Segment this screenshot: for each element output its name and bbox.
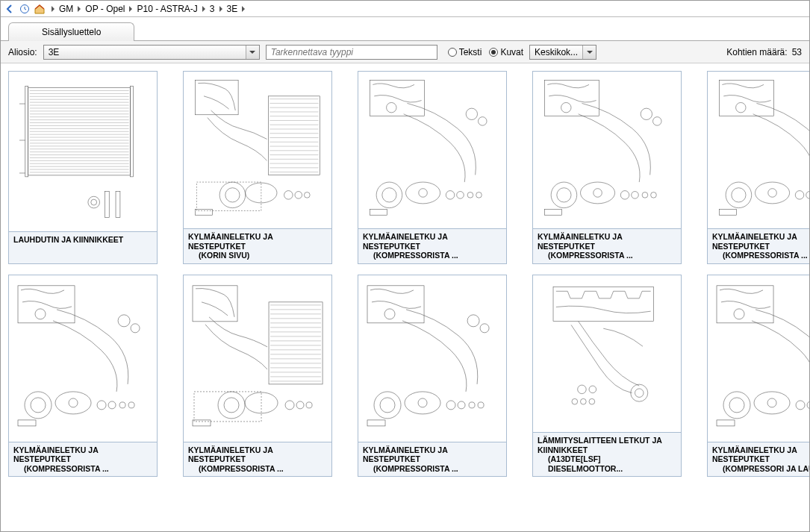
part-subtitle: (KOMPRESSORISTA ...: [363, 251, 502, 260]
part-card[interactable]: KYLMÄAINELETKU JA NESTEPUTKET(KORIN SIVU…: [183, 71, 332, 264]
chevron-right-icon: [76, 5, 82, 13]
item-count-label: Kohtien määrä:: [726, 47, 787, 57]
chevron-right-icon: [128, 5, 134, 13]
chevron-down-icon: [246, 46, 259, 59]
part-subtitle: (KOMPRESSORI JA LAUH: [712, 464, 809, 474]
part-card[interactable]: KYLMÄAINELETKU JA NESTEPUTKET(KOMPRESSOR…: [707, 71, 809, 264]
part-thumbnail: [184, 275, 331, 442]
part-subtitle: (KOMPRESSORISTA ...: [363, 464, 502, 474]
filter-bar: Aliosio: 3E Teksti Kuvat Keskikok... Koh…: [1, 41, 809, 63]
breadcrumb-item[interactable]: 3E: [225, 4, 240, 14]
chevron-down-icon: [582, 46, 596, 59]
part-thumbnail: [9, 275, 157, 442]
radio-images[interactable]: Kuvat: [489, 47, 523, 57]
item-count-value: 53: [792, 47, 802, 57]
type-filter-input[interactable]: [266, 45, 437, 60]
part-caption: KYLMÄAINELETKU JA NESTEPUTKET(KOMPRESSOR…: [184, 442, 331, 477]
part-title: LAUHDUTIN JA KIINNIKKEET: [13, 235, 152, 245]
part-subtitle: (KOMPRESSORISTA ...: [13, 464, 152, 474]
part-subtitle: (KOMPRESSORISTA ...: [188, 464, 327, 474]
breadcrumb-item[interactable]: P10 - ASTRA-J: [135, 4, 199, 14]
part-caption: KYLMÄAINELETKU JA NESTEPUTKET(KOMPRESSOR…: [358, 442, 506, 477]
subsection-label: Aliosio:: [8, 47, 37, 57]
part-caption: KYLMÄAINELETKU JA NESTEPUTKET(KOMPRESSOR…: [708, 229, 809, 263]
history-button[interactable]: [19, 3, 31, 15]
home-button[interactable]: [34, 3, 46, 15]
part-thumbnail: [533, 275, 681, 433]
thumbnail-grid[interactable]: LAUHDUTIN JA KIINNIKKEETKYLMÄAINELETKU J…: [1, 63, 809, 531]
chevron-right-icon: [50, 5, 56, 13]
thumbnail-size-select[interactable]: Keskikok...: [529, 45, 596, 60]
radio-text[interactable]: Teksti: [448, 47, 482, 57]
part-caption: KYLMÄAINELETKU JA NESTEPUTKET(KORIN SIVU…: [184, 229, 331, 263]
part-card[interactable]: KYLMÄAINELETKU JA NESTEPUTKET(KOMPRESSOR…: [707, 275, 809, 477]
part-title: KYLMÄAINELETKU JA NESTEPUTKET: [188, 232, 327, 251]
part-thumbnail: [358, 72, 506, 229]
chevron-right-icon: [218, 5, 224, 13]
part-caption: LÄMMITYSLAITTEEN LETKUT JA KIINNIKKEET(A…: [533, 433, 681, 476]
item-count: Kohtien määrä: 53: [726, 47, 802, 57]
part-title: KYLMÄAINELETKU JA NESTEPUTKET: [13, 445, 152, 464]
part-caption: KYLMÄAINELETKU JA NESTEPUTKET(KOMPRESSOR…: [9, 442, 157, 477]
part-caption: LAUHDUTIN JA KIINNIKKEET: [9, 232, 157, 263]
chevron-right-icon: [201, 5, 207, 13]
part-caption: KYLMÄAINELETKU JA NESTEPUTKET(KOMPRESSOR…: [533, 229, 681, 263]
part-title: KYLMÄAINELETKU JA NESTEPUTKET: [712, 232, 809, 251]
part-thumbnail: [533, 72, 681, 229]
part-caption: KYLMÄAINELETKU JA NESTEPUTKET(KOMPRESSOR…: [708, 442, 809, 477]
breadcrumb-item[interactable]: 3: [208, 4, 216, 14]
part-card[interactable]: KYLMÄAINELETKU JA NESTEPUTKET(KOMPRESSOR…: [358, 71, 507, 264]
part-title: KYLMÄAINELETKU JA NESTEPUTKET: [363, 232, 502, 251]
subsection-value: 3E: [44, 47, 246, 57]
chevron-right-icon: [240, 5, 246, 13]
part-card[interactable]: KYLMÄAINELETKU JA NESTEPUTKET(KOMPRESSOR…: [358, 275, 507, 477]
breadcrumb: GM OP - Opel P10 - ASTRA-J 3 3E: [50, 4, 246, 14]
part-caption: KYLMÄAINELETKU JA NESTEPUTKET(KOMPRESSOR…: [358, 229, 506, 263]
back-button[interactable]: [4, 3, 16, 15]
part-subtitle: (KOMPRESSORISTA ...: [712, 251, 809, 260]
part-subtitle: (KORIN SIVU): [188, 251, 327, 260]
part-thumbnail: [358, 275, 506, 442]
part-thumbnail: [184, 72, 331, 229]
part-title: KYLMÄAINELETKU JA NESTEPUTKET: [188, 445, 327, 464]
part-thumbnail: [708, 72, 809, 229]
part-title: KYLMÄAINELETKU JA NESTEPUTKET: [712, 445, 809, 464]
part-title: LÄMMITYSLAITTEEN LETKUT JA KIINNIKKEET: [538, 436, 676, 454]
thumbnail-size-value: Keskikok...: [530, 47, 582, 57]
part-subtitle: (KOMPRESSORISTA ...: [538, 251, 676, 260]
part-title: KYLMÄAINELETKU JA NESTEPUTKET: [538, 232, 676, 251]
toolbar: GM OP - Opel P10 - ASTRA-J 3 3E: [1, 1, 809, 17]
part-thumbnail: [708, 275, 809, 442]
radio-images-label: Kuvat: [500, 47, 523, 57]
part-card[interactable]: LÄMMITYSLAITTEEN LETKUT JA KIINNIKKEET(A…: [532, 275, 682, 477]
radio-text-label: Teksti: [459, 47, 482, 57]
tabs: Sisällysluettelo: [1, 17, 809, 41]
part-subtitle: (A13DTE[LSF] DIESELMOOTTOR...: [538, 454, 676, 473]
tab-contents[interactable]: Sisällysluettelo: [8, 22, 134, 41]
view-mode-radios: Teksti Kuvat: [448, 47, 523, 57]
part-card[interactable]: LAUHDUTIN JA KIINNIKKEET: [8, 71, 158, 264]
part-card[interactable]: KYLMÄAINELETKU JA NESTEPUTKET(KOMPRESSOR…: [183, 275, 332, 477]
part-card[interactable]: KYLMÄAINELETKU JA NESTEPUTKET(KOMPRESSOR…: [8, 275, 158, 477]
part-thumbnail: [9, 72, 157, 232]
part-title: KYLMÄAINELETKU JA NESTEPUTKET: [363, 445, 502, 464]
part-card[interactable]: KYLMÄAINELETKU JA NESTEPUTKET(KOMPRESSOR…: [532, 71, 682, 264]
breadcrumb-item[interactable]: OP - Opel: [84, 4, 126, 14]
breadcrumb-item[interactable]: GM: [57, 4, 75, 14]
subsection-select[interactable]: 3E: [43, 45, 260, 60]
